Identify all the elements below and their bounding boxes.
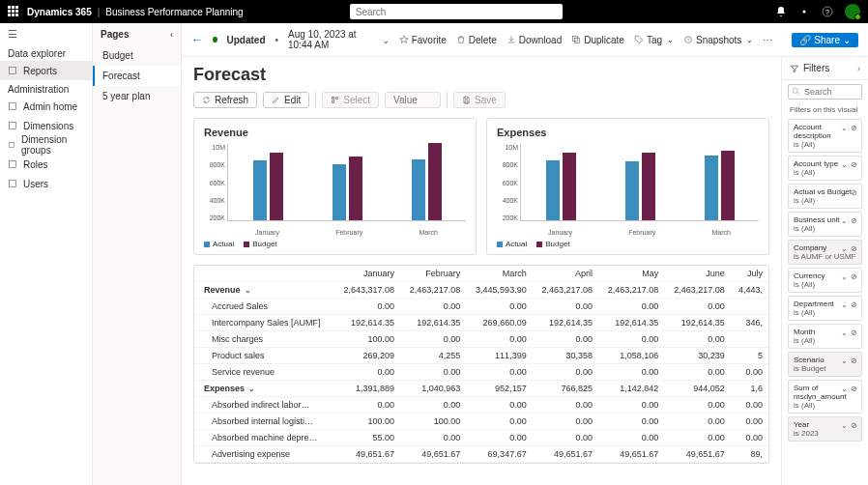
clear-filter-icon[interactable]: ⊘ xyxy=(851,328,857,337)
rail-item-reports[interactable]: Reports xyxy=(0,61,92,80)
filter-card-sum-of-msdyn-amount[interactable]: Sum of msdyn_amountis (All)⌄⊘ xyxy=(788,380,862,414)
global-search-input[interactable] xyxy=(350,4,563,19)
chevron-down-icon[interactable]: ⌄ xyxy=(841,160,848,169)
favorite-button[interactable]: Favorite xyxy=(399,35,447,45)
chevron-down-icon[interactable]: ⌄ xyxy=(382,35,390,45)
clear-filter-icon[interactable]: ⊘ xyxy=(851,357,857,365)
clear-filter-icon[interactable]: ⊘ xyxy=(851,272,857,281)
pages-pane: Pages ‹ BudgetForecast5 year plan xyxy=(93,23,182,485)
clear-filter-icon[interactable]: ⊘ xyxy=(851,300,857,309)
svg-rect-3 xyxy=(10,68,16,74)
bar xyxy=(253,160,267,220)
chevron-down-icon[interactable]: ⌄ xyxy=(841,300,848,309)
filter-card-scenario[interactable]: Scenariois Budget⌄⊘ xyxy=(788,352,862,377)
clear-filter-icon[interactable]: ⊘ xyxy=(851,188,857,197)
clear-filter-icon[interactable]: ⊘ xyxy=(851,216,857,225)
table-row[interactable]: Absorbed internal logisti…100.00100.000.… xyxy=(194,414,768,430)
table-row[interactable]: Expenses⌄1,391,8891,040,963952,157766,82… xyxy=(194,381,768,397)
rail-item-dimensions[interactable]: Dimensions xyxy=(0,116,92,135)
rail-item-roles[interactable]: Roles xyxy=(0,155,92,174)
app-launcher-icon[interactable] xyxy=(8,6,19,17)
chevron-down-icon[interactable]: ⌄ xyxy=(841,385,848,393)
page-item-forecast[interactable]: Forecast xyxy=(93,66,181,86)
table-row[interactable]: Revenue⌄2,643,317.082,463,217.083,445,59… xyxy=(194,282,768,299)
collapse-pages-icon[interactable]: ‹ xyxy=(170,30,173,40)
rail-item-users[interactable]: Users xyxy=(0,174,92,193)
chevron-down-icon[interactable]: ⌄ xyxy=(841,124,848,132)
chevron-down-icon[interactable]: ⌄ xyxy=(841,244,848,253)
svg-rect-4 xyxy=(10,103,16,110)
rail-item-admin-home[interactable]: Admin home xyxy=(0,97,92,116)
table-row[interactable]: Advertising expense49,651.6749,651.6769,… xyxy=(194,446,768,463)
bar xyxy=(563,153,576,220)
filter-card-department[interactable]: Departmentis (All)⌄⊘ xyxy=(788,296,862,321)
snapshots-button[interactable]: Snapshots⌄ xyxy=(683,35,753,45)
more-button[interactable]: ⋯ xyxy=(763,35,772,45)
filter-card-month[interactable]: Monthis (All)⌄⊘ xyxy=(788,324,862,349)
table-row[interactable]: Accrued Sales0.000.000.000.000.000.00 xyxy=(194,299,768,315)
table-row[interactable]: Intercompany Sales [AUMF]192,614.35192,6… xyxy=(194,315,768,331)
bar xyxy=(428,143,442,220)
expand-filters-icon[interactable]: › xyxy=(857,64,860,73)
table-row[interactable]: Absorbed machine depre…55.000.000.000.00… xyxy=(194,430,768,446)
bar-group xyxy=(412,143,442,220)
table-row[interactable]: Misc charges100.000.000.000.000.000.00 xyxy=(194,331,768,348)
global-search xyxy=(350,4,563,19)
chevron-down-icon[interactable]: ⌄ xyxy=(841,272,848,281)
filter-card-account-description[interactable]: Account descriptionis (All)⌄⊘ xyxy=(788,119,862,153)
rail-item-dimension-groups[interactable]: Dimension groups xyxy=(0,135,92,155)
clear-filter-icon[interactable]: ⊘ xyxy=(851,124,857,132)
table-row[interactable]: Product sales269,2094,255111,39930,3581,… xyxy=(194,348,768,364)
roles-icon xyxy=(8,159,17,169)
filter-card-company[interactable]: Companyis AUMF or USMF⌄⊘ xyxy=(788,240,862,265)
svg-rect-7 xyxy=(10,161,16,168)
filter-card-account-type[interactable]: Account typeis (All)⌄⊘ xyxy=(788,156,862,181)
svg-point-0 xyxy=(802,11,805,14)
share-button[interactable]: 🔗 Share ⌄ xyxy=(792,33,858,47)
brand: Dynamics 365 xyxy=(27,7,92,17)
legend: ActualBudget xyxy=(497,240,759,248)
refresh-button[interactable]: Refresh xyxy=(193,92,257,108)
avatar[interactable] xyxy=(845,4,860,19)
clear-filter-icon[interactable]: ⊘ xyxy=(851,160,857,169)
gear-icon[interactable] xyxy=(798,6,810,17)
filter-card-currency[interactable]: Currencyis (All)⌄⊘ xyxy=(788,268,862,293)
page-item-budget[interactable]: Budget xyxy=(93,45,181,66)
rail-section-title: Data explorer xyxy=(0,44,92,61)
value-input xyxy=(385,92,441,108)
table-row[interactable]: Service revenue0.000.000.000.000.000.000… xyxy=(194,364,768,381)
hamburger-icon[interactable]: ☰ xyxy=(0,23,92,44)
tag-button[interactable]: Tag⌄ xyxy=(634,35,674,45)
chevron-down-icon[interactable]: ⌄ xyxy=(841,188,848,197)
filter-card-year[interactable]: Yearis 2023⌄⊘ xyxy=(788,416,862,442)
chevron-down-icon[interactable]: ⌄ xyxy=(841,357,848,365)
dims-icon xyxy=(8,121,17,130)
chevron-down-icon[interactable]: ⌄ xyxy=(245,286,251,295)
save-button: Save xyxy=(453,92,506,108)
filter-card-business-unit[interactable]: Business unitis (All)⌄⊘ xyxy=(788,212,862,237)
download-button[interactable]: Download xyxy=(506,35,562,45)
updated-timestamp: Aug 10, 2023 at 10:44 AM xyxy=(288,29,372,50)
chart-title: Expenses xyxy=(497,127,759,138)
chevron-down-icon[interactable]: ⌄ xyxy=(841,328,848,337)
bar-group xyxy=(333,157,362,220)
col-header: July xyxy=(731,266,768,282)
back-button[interactable]: ← xyxy=(191,33,203,46)
bar xyxy=(270,153,283,220)
page-item-5-year-plan[interactable]: 5 year plan xyxy=(93,86,181,106)
pages-title: Pages xyxy=(101,29,129,40)
bar xyxy=(333,164,346,220)
duplicate-button[interactable]: Duplicate xyxy=(571,35,624,45)
chevron-down-icon[interactable]: ⌄ xyxy=(248,385,255,393)
help-icon[interactable]: ? xyxy=(822,6,833,17)
edit-button[interactable]: Edit xyxy=(263,92,309,108)
clear-filter-icon[interactable]: ⊘ xyxy=(851,421,857,430)
clear-filter-icon[interactable]: ⊘ xyxy=(851,244,857,253)
chevron-down-icon[interactable]: ⌄ xyxy=(841,216,848,225)
clear-filter-icon[interactable]: ⊘ xyxy=(851,385,857,393)
bell-icon[interactable] xyxy=(775,6,787,17)
chevron-down-icon[interactable]: ⌄ xyxy=(841,421,848,430)
table-row[interactable]: Absorbed indirect labor…0.000.000.000.00… xyxy=(194,397,768,414)
delete-button[interactable]: Delete xyxy=(456,35,497,45)
filter-card-actual-vs-budget[interactable]: Actual vs Budgetis (All)⌄⊘ xyxy=(788,184,862,209)
